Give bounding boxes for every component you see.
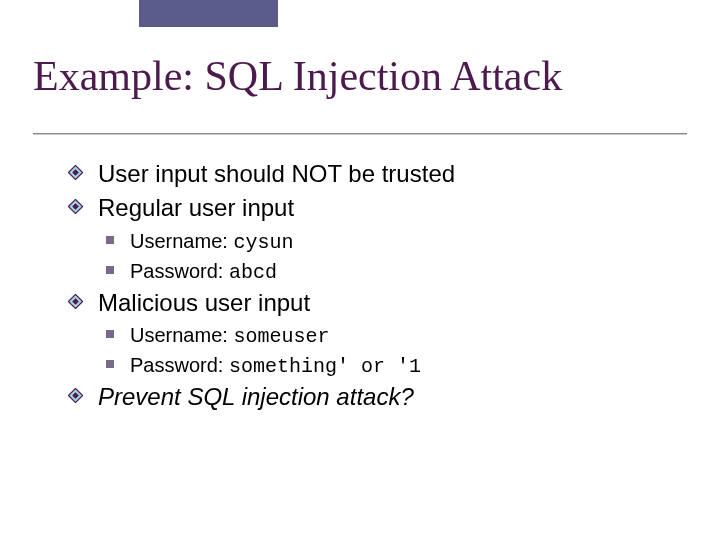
- diamond-bullet-icon: [68, 199, 83, 214]
- bullet-item: Prevent SQL injection attack?: [68, 381, 680, 413]
- sub-bullet-value: abcd: [229, 261, 277, 284]
- diamond-bullet-icon: [68, 294, 83, 309]
- decorative-top-bar: [139, 0, 278, 27]
- bullet-item: User input should NOT be trusted: [68, 158, 680, 190]
- sub-bullet-value: cysun: [233, 231, 293, 254]
- sub-bullet-label: Password:: [130, 260, 229, 282]
- title-underline: [33, 133, 687, 135]
- square-bullet-icon: [106, 360, 114, 368]
- bullet-item: Regular user input: [68, 192, 680, 224]
- bullet-text: Prevent SQL injection attack?: [98, 383, 414, 410]
- sub-bullet-item: Password: something' or '1: [106, 351, 680, 381]
- bullet-item: Malicious user input: [68, 287, 680, 319]
- bullet-text: Regular user input: [98, 194, 294, 221]
- bullet-text: Malicious user input: [98, 289, 310, 316]
- slide-title: Example: SQL Injection Attack: [33, 53, 700, 99]
- sub-bullet-value: something' or '1: [229, 355, 421, 378]
- diamond-bullet-icon: [68, 388, 83, 403]
- sub-bullet-item: Username: someuser: [106, 321, 680, 351]
- sub-bullet-label: Password:: [130, 354, 229, 376]
- sub-bullet-label: Username:: [130, 324, 233, 346]
- sub-bullet-item: Username: cysun: [106, 227, 680, 257]
- slide-body: User input should NOT be trusted Regular…: [68, 158, 680, 416]
- square-bullet-icon: [106, 330, 114, 338]
- sub-bullet-item: Password: abcd: [106, 257, 680, 287]
- diamond-bullet-icon: [68, 165, 83, 180]
- square-bullet-icon: [106, 266, 114, 274]
- sub-bullet-label: Username:: [130, 230, 233, 252]
- slide: Example: SQL Injection Attack User input…: [0, 0, 720, 540]
- square-bullet-icon: [106, 236, 114, 244]
- bullet-text: User input should NOT be trusted: [98, 160, 455, 187]
- sub-bullet-value: someuser: [233, 325, 329, 348]
